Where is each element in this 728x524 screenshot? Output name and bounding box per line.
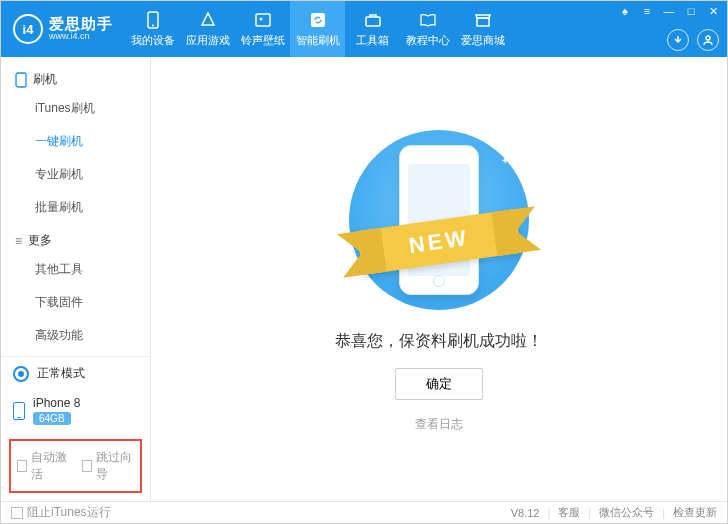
support-link[interactable]: 客服 (558, 505, 580, 520)
storage-badge: 64GB (33, 412, 71, 425)
check-update-link[interactable]: 检查更新 (673, 505, 717, 520)
nav-label: 我的设备 (131, 33, 175, 48)
wechat-link[interactable]: 微信公众号 (599, 505, 654, 520)
header-actions (667, 29, 719, 51)
logo-icon: i4 (13, 14, 43, 44)
sidebar-item-download-firmware[interactable]: 下载固件 (1, 286, 150, 319)
svg-point-3 (259, 17, 262, 20)
main-area: 刷机 iTunes刷机 一键刷机 专业刷机 批量刷机 ≡ 更多 其他工具 下载固… (1, 57, 727, 501)
mode-icon (13, 366, 29, 382)
version-label: V8.12 (511, 507, 540, 519)
image-icon (254, 11, 272, 29)
book-icon (419, 11, 437, 29)
statusbar: 阻止iTunes运行 V8.12 | 客服 | 微信公众号 | 检查更新 (1, 501, 727, 523)
checkbox-icon (17, 460, 27, 472)
nav-label: 工具箱 (356, 33, 389, 48)
svg-point-1 (152, 24, 154, 26)
device-row[interactable]: iPhone 8 64GB (1, 390, 150, 435)
menu-icon[interactable]: ≡ (641, 5, 653, 17)
brand-name: 爱思助手 (49, 16, 113, 33)
sidebar-section-more[interactable]: ≡ 更多 (1, 224, 150, 253)
svg-rect-6 (477, 18, 489, 26)
nav-label: 智能刷机 (296, 33, 340, 48)
nav-toolbox[interactable]: 工具箱 (345, 1, 400, 57)
success-illustration: ✦ ✦ ✦ NEW (329, 125, 549, 315)
ok-button[interactable]: 确定 (395, 368, 483, 400)
checkbox-label: 阻止iTunes运行 (27, 504, 111, 521)
nav-label: 应用游戏 (186, 33, 230, 48)
nav-my-device[interactable]: 我的设备 (125, 1, 180, 57)
checkbox-label: 跳过向导 (96, 449, 134, 483)
nav-ringtones[interactable]: 铃声壁纸 (235, 1, 290, 57)
sidebar-item-advanced[interactable]: 高级功能 (1, 319, 150, 352)
nav-label: 教程中心 (406, 33, 450, 48)
checkbox-label: 自动激活 (31, 449, 69, 483)
auto-activate-checkbox[interactable]: 自动激活 (17, 449, 70, 483)
close-icon[interactable]: ✕ (707, 5, 719, 17)
svg-rect-2 (256, 14, 270, 26)
block-itunes-checkbox[interactable]: 阻止iTunes运行 (11, 504, 111, 521)
logo-text: 爱思助手 www.i4.cn (49, 16, 113, 42)
shirt-icon[interactable]: ♠ (619, 5, 631, 17)
sidebar-item-batch-flash[interactable]: 批量刷机 (1, 191, 150, 224)
svg-rect-8 (16, 73, 26, 87)
nav-label: 爱思商城 (461, 33, 505, 48)
success-message: 恭喜您，保资料刷机成功啦！ (335, 331, 543, 352)
svg-point-7 (706, 36, 710, 40)
app-header: i4 爱思助手 www.i4.cn 我的设备 应用游戏 铃声壁纸 智能刷机 工具… (1, 1, 727, 57)
nav-label: 铃声壁纸 (241, 33, 285, 48)
user-button[interactable] (697, 29, 719, 51)
window-controls: ♠ ≡ — □ ✕ (619, 5, 719, 17)
svg-rect-4 (311, 13, 325, 27)
list-icon: ≡ (15, 234, 22, 248)
device-phone-icon (13, 402, 25, 420)
maximize-icon[interactable]: □ (685, 5, 697, 17)
device-name: iPhone 8 (33, 396, 80, 410)
svg-rect-5 (366, 17, 380, 26)
phone-icon (144, 11, 162, 29)
nav-flash[interactable]: 智能刷机 (290, 1, 345, 57)
apps-icon (199, 11, 217, 29)
mode-label: 正常模式 (37, 365, 85, 382)
minimize-icon[interactable]: — (663, 5, 675, 17)
nav-store[interactable]: 爱思商城 (455, 1, 510, 57)
top-nav: 我的设备 应用游戏 铃声壁纸 智能刷机 工具箱 教程中心 爱思商城 (125, 1, 510, 57)
sidebar-item-pro-flash[interactable]: 专业刷机 (1, 158, 150, 191)
toolbox-icon (364, 11, 382, 29)
skip-guide-checkbox[interactable]: 跳过向导 (82, 449, 135, 483)
nav-tutorials[interactable]: 教程中心 (400, 1, 455, 57)
logo-area: i4 爱思助手 www.i4.cn (1, 14, 125, 44)
refresh-icon (309, 11, 327, 29)
section-title: 刷机 (33, 71, 57, 88)
brand-url: www.i4.cn (49, 32, 113, 42)
content-area: ✦ ✦ ✦ NEW 恭喜您，保资料刷机成功啦！ 确定 查看日志 (151, 57, 727, 501)
store-icon (474, 11, 492, 29)
sidebar-item-itunes-flash[interactable]: iTunes刷机 (1, 92, 150, 125)
section-title: 更多 (28, 232, 52, 249)
download-button[interactable] (667, 29, 689, 51)
sidebar-item-oneclick-flash[interactable]: 一键刷机 (1, 125, 150, 158)
sidebar: 刷机 iTunes刷机 一键刷机 专业刷机 批量刷机 ≡ 更多 其他工具 下载固… (1, 57, 151, 501)
nav-apps[interactable]: 应用游戏 (180, 1, 235, 57)
checkbox-icon (82, 460, 92, 472)
mode-row[interactable]: 正常模式 (1, 357, 150, 390)
sidebar-section-flash[interactable]: 刷机 (1, 63, 150, 92)
sidebar-item-other-tools[interactable]: 其他工具 (1, 253, 150, 286)
checkbox-icon (11, 507, 23, 519)
options-box: 自动激活 跳过向导 (9, 439, 142, 493)
view-log-link[interactable]: 查看日志 (415, 416, 463, 433)
phone-outline-icon (15, 72, 27, 88)
